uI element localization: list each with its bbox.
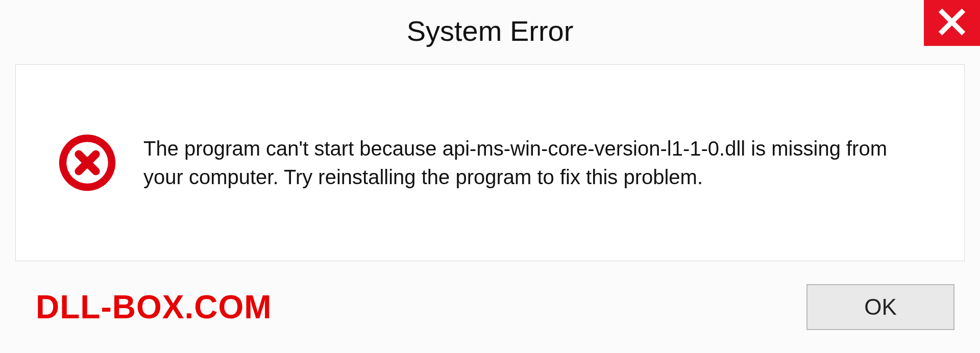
error-icon bbox=[57, 132, 118, 193]
watermark-text: DLL-BOX.COM bbox=[36, 288, 272, 326]
error-dialog: System Error The program can't start bec… bbox=[0, 0, 980, 353]
close-icon bbox=[937, 7, 967, 39]
titlebar: System Error bbox=[0, 0, 980, 61]
dialog-footer: DLL-BOX.COM OK bbox=[0, 261, 980, 353]
ok-button-label: OK bbox=[864, 294, 897, 320]
message-panel: The program can't start because api-ms-w… bbox=[15, 64, 965, 261]
error-message: The program can't start because api-ms-w… bbox=[143, 134, 889, 191]
close-button[interactable] bbox=[924, 0, 980, 46]
dialog-title: System Error bbox=[20, 14, 960, 47]
ok-button[interactable]: OK bbox=[806, 284, 954, 330]
